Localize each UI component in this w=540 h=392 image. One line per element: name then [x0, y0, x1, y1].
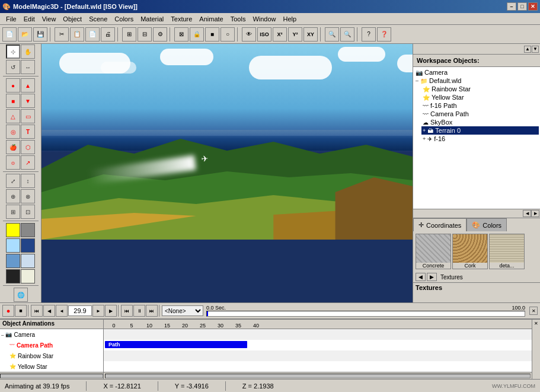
- color-swatch-skyblue[interactable]: [6, 254, 20, 268]
- arrow-right-button[interactable]: ►: [92, 305, 104, 317]
- timeline-close-btn[interactable]: ✕: [532, 320, 540, 379]
- track-yellow-star[interactable]: ⭐ Yellow Star: [0, 361, 103, 372]
- menu-material[interactable]: Material: [137, 15, 167, 23]
- toolbar-view4[interactable]: ⊠: [174, 27, 188, 42]
- timeline-scrollbar[interactable]: [105, 374, 531, 378]
- tool-cone[interactable]: ▼: [21, 94, 35, 108]
- tool-misc1[interactable]: 🌐: [14, 288, 28, 302]
- tool-shape5b[interactable]: ⬡: [21, 140, 35, 154]
- color-swatch-darkblue[interactable]: [21, 238, 35, 253]
- track-rainbow-star[interactable]: ⭐ Rainbow Star: [0, 350, 103, 361]
- toolbar-eye[interactable]: 👁: [242, 27, 256, 42]
- track-camera-path[interactable]: 〰 Camera Path: [0, 340, 103, 350]
- tool-shape6b[interactable]: ↗: [21, 155, 35, 170]
- stop-button[interactable]: ■: [15, 305, 27, 317]
- tool-scale[interactable]: ↔: [21, 60, 35, 74]
- pause-button[interactable]: ⏸: [133, 305, 145, 317]
- tool-rotate[interactable]: ↺: [6, 60, 20, 74]
- tab-coordinates[interactable]: ✛ Coordinates: [413, 218, 466, 231]
- color-swatch-black[interactable]: [6, 269, 20, 283]
- texture-concrete[interactable]: Concrete: [416, 234, 451, 269]
- track-camera[interactable]: – 📷 Camera: [0, 329, 103, 340]
- toolbar-iso[interactable]: ISO: [257, 27, 271, 42]
- menu-edit[interactable]: Edit: [20, 15, 39, 23]
- tool-trans4[interactable]: ⊗: [21, 189, 35, 203]
- toolbar-open[interactable]: 📂: [18, 27, 32, 42]
- menu-file[interactable]: File: [2, 15, 20, 23]
- tree-camera[interactable]: 📷 Camera: [414, 68, 539, 77]
- tree-f16-path[interactable]: 〰 f-16 Path: [421, 101, 539, 110]
- tex-prev-btn[interactable]: ◀: [416, 273, 426, 281]
- texture-cork[interactable]: Cork: [452, 234, 488, 269]
- toolbar-copy[interactable]: 📋: [70, 27, 84, 42]
- tool-sphere[interactable]: ●: [6, 78, 20, 93]
- toolbar-y2[interactable]: Y²: [288, 27, 302, 42]
- tool-trans1[interactable]: ⤢: [6, 174, 20, 188]
- color-swatch-white[interactable]: [21, 254, 35, 268]
- tool-triangle[interactable]: ▲: [21, 78, 35, 93]
- tool-cylinder[interactable]: ▭: [21, 109, 35, 123]
- anim-close-btn[interactable]: ✕: [529, 307, 538, 315]
- tool-pyramid[interactable]: △: [6, 109, 20, 123]
- arrow-left-button[interactable]: ◄: [56, 305, 68, 317]
- timeline-content[interactable]: Path: [104, 329, 532, 372]
- tree-terrain-0[interactable]: + 🏔 Terrain 0: [421, 126, 539, 135]
- tab-colors[interactable]: 🎨 Colors: [466, 218, 507, 231]
- panel-scroll-down[interactable]: ▼: [532, 46, 539, 53]
- tool-torus[interactable]: ◎: [6, 125, 20, 139]
- right-panel-controls[interactable]: ▲ ▼: [524, 46, 539, 53]
- toolbar-grid2[interactable]: ⊟: [138, 27, 152, 42]
- anim-track-bar[interactable]: [206, 311, 525, 317]
- toolbar-paste[interactable]: 📄: [85, 27, 100, 42]
- toolbar-shape1[interactable]: ■: [205, 27, 219, 42]
- toolbar-grid[interactable]: ⊞: [122, 27, 136, 42]
- title-bar-controls[interactable]: – □ ✕: [507, 2, 538, 11]
- tree-yellow-star[interactable]: ⭐ Yellow Star: [421, 93, 539, 101]
- toolbar-zoom-out[interactable]: 🔍: [340, 27, 354, 42]
- expand-f16[interactable]: +: [423, 136, 426, 142]
- tree-f16[interactable]: + ✈ f-16: [421, 135, 539, 143]
- tool-trans3[interactable]: ⊕: [6, 189, 20, 203]
- toolbar-cut[interactable]: ✂: [55, 27, 69, 42]
- toolbar-xy[interactable]: XY: [303, 27, 318, 42]
- menu-object[interactable]: Object: [59, 15, 85, 23]
- toolbar-save[interactable]: 💾: [33, 27, 47, 42]
- tool-shape5a[interactable]: 🍎: [6, 140, 20, 154]
- go-end-button[interactable]: ⏭: [146, 305, 158, 317]
- toolbar-help2[interactable]: ❓: [377, 27, 391, 42]
- fps-input[interactable]: [68, 305, 92, 316]
- toolbar-settings[interactable]: ⚙: [153, 27, 167, 42]
- panel-scroll-up[interactable]: ▲: [524, 46, 531, 53]
- timeline-v-scroll[interactable]: [104, 372, 532, 379]
- tree-default-wld[interactable]: – 📁 Default.wld: [414, 77, 539, 85]
- menu-tools[interactable]: Tools: [227, 15, 250, 23]
- expand-default[interactable]: –: [416, 78, 418, 84]
- go-start-button[interactable]: ⏮: [121, 305, 133, 317]
- tool-trans5[interactable]: ⊞: [6, 205, 20, 219]
- anim-dropdown[interactable]: <None>: [162, 305, 203, 316]
- scroll-left-btn[interactable]: ◀: [523, 210, 531, 217]
- menu-scene[interactable]: Scene: [85, 15, 111, 23]
- menu-animate[interactable]: Animate: [196, 15, 226, 23]
- tool-move[interactable]: ✋: [21, 44, 35, 59]
- tool-shape6a[interactable]: ⌾: [6, 155, 20, 170]
- menu-colors[interactable]: Colors: [111, 15, 137, 23]
- tree-skybox[interactable]: ☁ SkyBox: [421, 118, 539, 126]
- tool-cube[interactable]: ■: [6, 94, 20, 108]
- close-button[interactable]: ✕: [528, 2, 538, 11]
- color-swatch-gray[interactable]: [21, 223, 35, 237]
- timeline-h-scroll[interactable]: [0, 372, 103, 379]
- menu-window[interactable]: Window: [249, 15, 279, 23]
- menu-texture[interactable]: Texture: [167, 15, 196, 23]
- tree-camera-path[interactable]: 〰 Camera Path: [421, 110, 539, 118]
- texture-detail[interactable]: deta...: [489, 234, 525, 269]
- color-swatch-lightblue[interactable]: [6, 238, 20, 253]
- tool-trans6[interactable]: ⊡: [21, 205, 35, 219]
- scroll-right-btn[interactable]: ▶: [531, 210, 539, 217]
- h-scrollbar[interactable]: [0, 374, 103, 378]
- toolbar-x2[interactable]: X²: [273, 27, 287, 42]
- prev-keyframe-button[interactable]: ⏮: [31, 305, 43, 317]
- toolbar-lock[interactable]: 🔒: [190, 27, 204, 42]
- color-swatch-yellow[interactable]: [6, 223, 20, 237]
- tool-text[interactable]: T: [21, 125, 35, 139]
